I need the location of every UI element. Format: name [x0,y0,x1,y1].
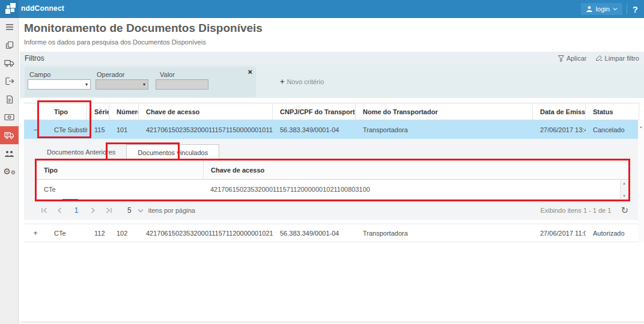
scroll-up-icon[interactable]: ▲ [639,125,643,129]
sidebar-item-document[interactable] [0,90,19,108]
brand[interactable]: nddConnect [5,2,64,15]
new-criteria-label: Novo critério [287,78,324,85]
cell-cnpj: 56.383.349/0001-04 [273,120,356,139]
sidebar-item-billing[interactable] [0,108,19,126]
column-header-numero[interactable]: Número [109,103,139,120]
sidebar-item-exit[interactable] [0,72,19,90]
main-content: Monitoramento de Documentos Disponíveis … [19,18,644,324]
cell-tipo: CTe [47,224,87,242]
column-header-cnpj[interactable]: CNPJ/CPF do Transportador [273,103,356,120]
cell-tipo: CTe Substituição [47,120,87,139]
document-icon [5,95,14,104]
content-bottom-border [20,322,644,323]
column-header-chave[interactable]: Chave de acesso [139,103,273,120]
inner-column-header-tipo[interactable]: Tipo [37,160,203,179]
funnel-icon [558,55,564,62]
previous-page-button[interactable] [52,204,67,216]
tab-documentos-vinculados[interactable]: Documentos vinculados [126,144,219,160]
inner-grid-scrollbar[interactable]: ▲ ▼ [620,180,628,199]
cell-chave: 4217061502353200011157112000000102110080… [139,224,273,242]
truck-document-icon [4,131,14,139]
sidebar-item-documents[interactable] [0,36,19,54]
money-icon [4,114,14,121]
sidebar-item-settings[interactable]: ⚙⚙ [0,162,19,180]
clear-filter-label: Limpar filtro [605,55,639,62]
gears-icon: ⚙⚙ [3,167,16,176]
grid-scrollbar[interactable]: ▲ [638,120,644,242]
operador-select[interactable]: ▾ [96,79,148,90]
login-label: login [596,5,610,13]
row-detail-panel: Documentos Anteriores Documentos vincula… [24,139,638,220]
sidebar-item-transport[interactable] [0,54,19,72]
table-row[interactable]: − CTe Substituição 115 101 4217061502353… [24,120,639,139]
inner-column-header-chave[interactable]: Chave de acesso [203,160,621,179]
documents-icon [5,40,14,50]
sidebar: ⚙⚙ [0,18,19,324]
column-header-tipo[interactable]: Tipo [47,103,87,120]
first-page-button[interactable] [36,204,52,216]
linked-documents-grid: Tipo Chave de acesso CTe 421706150235320… [36,160,630,200]
cell-chave: 4217061502353200011157115000000101110080… [139,120,273,139]
filters-title: Filtros [25,54,44,63]
inner-cell-tipo: CTe [37,180,203,199]
operador-label: Operador [97,71,124,78]
selected-page-indicator [62,199,78,201]
valor-label: Valor [160,71,175,78]
status-badge: Autorizado [586,224,639,242]
menu-icon [5,23,14,31]
inner-table-row[interactable]: CTe 421706150235320001115711200000010211… [36,180,630,200]
documents-grid-continued: + CTe 112 102 42170615023532000111571120… [24,224,639,242]
cell-serie: 115 [87,120,109,139]
apply-filter-button[interactable]: Aplicar [558,55,587,62]
scroll-down-icon[interactable]: ▼ [622,194,626,198]
sidebar-menu-toggle[interactable] [0,18,19,36]
refresh-icon[interactable]: ↻ [621,205,628,216]
last-page-button[interactable] [101,204,117,216]
expand-row-button[interactable]: + [33,229,37,237]
cell-nome: Transportadora [356,224,533,242]
detail-tabs: Documentos Anteriores Documentos vincula… [36,144,219,160]
scroll-up-icon[interactable]: ▲ [622,182,626,185]
page-size-select[interactable]: 5 [127,206,144,215]
sidebar-item-documents-monitor[interactable] [0,126,19,144]
campo-label: Campo [29,71,50,78]
inner-grid-header-row: Tipo Chave de acesso [36,160,630,180]
campo-select[interactable]: ▾ [28,79,91,90]
valor-input[interactable] [156,79,208,90]
user-icon [586,5,593,13]
filter-criteria-card: Campo Operador Valor ▾ ▾ × [25,67,256,97]
app-window: nddConnect login ? [0,0,644,324]
status-badge: Cancelado [586,120,639,139]
page-number-1[interactable]: 1 [67,206,85,215]
truck-icon [4,59,14,67]
page-size-value: 5 [127,206,132,215]
column-header-serie[interactable]: Série [87,103,109,120]
tab-documentos-anteriores[interactable]: Documentos Anteriores [36,144,126,160]
column-header-status[interactable]: Status [586,103,639,120]
cell-cnpj: 56.383.349/0001-04 [273,224,356,242]
login-button[interactable]: login [581,3,622,15]
exit-icon [5,77,14,85]
apply-filter-label: Aplicar [567,55,587,62]
filters-body: Campo Operador Valor ▾ ▾ × + Novo critér… [20,65,644,98]
cell-nome: Transportadora [356,120,533,139]
clear-filter-button[interactable]: Limpar filtro [595,55,639,62]
people-icon [4,150,14,157]
help-button[interactable]: ? [631,4,642,14]
column-header-data-label: Data de Emissão [540,108,586,115]
column-header-data[interactable]: Data de Emissão ↓ [533,103,586,120]
cell-numero: 102 [109,224,139,242]
column-header-nome[interactable]: Nome do Transportador [356,103,533,120]
next-page-button[interactable] [85,204,101,216]
new-criteria-button[interactable]: + Novo critério [280,77,324,86]
close-icon[interactable]: × [248,68,252,76]
cell-data: 27/06/2017 13:42 [533,120,586,139]
plus-icon: + [280,77,285,86]
table-row[interactable]: + CTe 112 102 42170615023532000111571120… [24,224,639,242]
page-size-label: itens por página [148,207,195,214]
ndd-logo-icon [5,2,17,15]
sidebar-item-users[interactable] [0,144,19,162]
collapse-row-button[interactable]: − [33,126,37,134]
cell-numero: 101 [109,120,139,139]
page-subtitle: Informe os dados para pesquisa dos Docum… [24,38,206,46]
